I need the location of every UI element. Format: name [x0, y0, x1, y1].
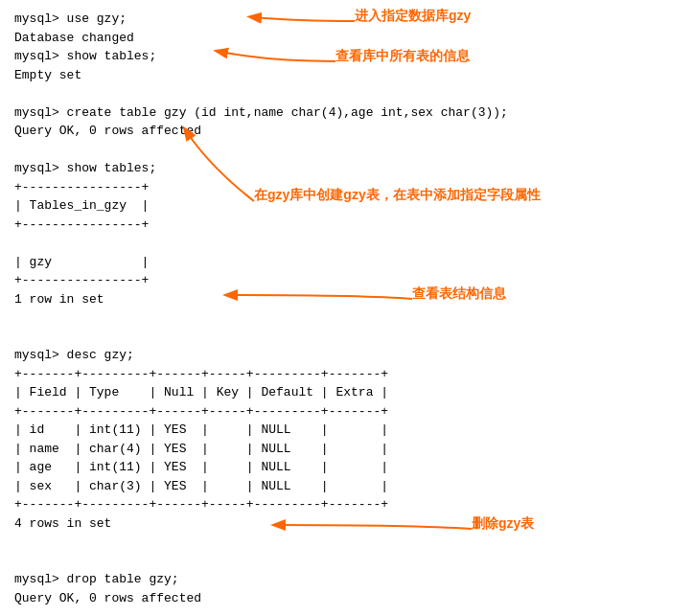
line-10: +----------------+: [14, 216, 679, 235]
line-21: | sex | char(3) | YES | | NULL | |: [14, 477, 679, 496]
line-1: mysql> use gzy;: [14, 10, 679, 29]
line-4: Empty set: [14, 66, 679, 85]
annotation-2: 查看库中所有表的信息: [335, 48, 470, 65]
line-blank-6: [14, 533, 679, 552]
line-blank-7: [14, 552, 679, 571]
line-5: mysql> create table gzy (id int,name cha…: [14, 103, 679, 123]
line-12: +----------------+: [14, 271, 679, 290]
line-25: Query OK, 0 rows affected: [14, 589, 679, 608]
line-24: mysql> drop table gzy;: [14, 570, 679, 589]
line-22: +-------+---------+------+-----+--------…: [14, 495, 679, 514]
line-18: | id | int(11) | YES | | NULL | |: [14, 421, 679, 440]
line-20: | age | int(11) | YES | | NULL | |: [14, 458, 679, 477]
line-blank-2: [14, 141, 679, 160]
line-2: Database changed: [14, 29, 679, 48]
line-6: Query OK, 0 rows affected: [14, 122, 679, 141]
line-16: | Field | Type | Null | Key | Default | …: [14, 383, 679, 402]
line-17: +-------+---------+------+-----+--------…: [14, 402, 679, 422]
line-14: mysql> desc gzy;: [14, 346, 679, 365]
terminal-output: mysql> use gzy; Database changed mysql> …: [14, 10, 679, 616]
line-blank-4: [14, 308, 679, 328]
line-13: 1 row in set: [14, 290, 679, 309]
line-23: 4 rows in set: [14, 514, 679, 534]
annotation-3: 在gzy库中创建gzy表，在表中添加指定字段属性: [254, 187, 541, 204]
annotation-4: 查看表结构信息: [412, 285, 506, 303]
line-15: +-------+---------+------+-----+--------…: [14, 365, 679, 384]
annotation-1: 进入指定数据库gzy: [355, 8, 471, 25]
annotation-5: 删除gzy表: [472, 515, 534, 533]
line-7: mysql> show tables;: [14, 159, 679, 178]
line-blank-5: [14, 328, 679, 347]
line-blank-1: [14, 84, 679, 103]
line-11: | gzy |: [14, 253, 679, 272]
line-19: | name | char(4) | YES | | NULL | |: [14, 440, 679, 459]
line-blank-8: [14, 607, 679, 616]
line-blank-3: [14, 234, 679, 253]
